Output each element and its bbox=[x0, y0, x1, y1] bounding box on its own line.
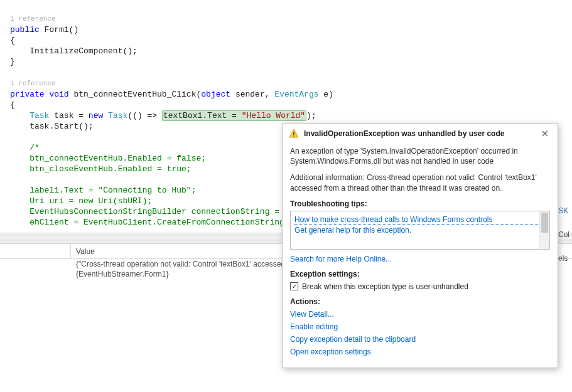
comment: ehClient = EventHubClient.CreateFromConn… bbox=[10, 218, 309, 227]
popup-title: InvalidOperationException was unhandled … bbox=[304, 129, 534, 138]
right-label: els bbox=[558, 254, 569, 263]
scrollbar-thumb[interactable] bbox=[541, 213, 548, 233]
right-margin-labels: SK Col els bbox=[558, 206, 569, 263]
code-text: { bbox=[10, 36, 15, 45]
tip-link-cross-thread[interactable]: How to make cross-thread calls to Window… bbox=[294, 215, 546, 225]
column-header-value[interactable]: Value bbox=[71, 245, 100, 258]
code-text bbox=[103, 111, 108, 120]
code-text: { bbox=[10, 100, 15, 110]
string-literal: "Hello World" bbox=[242, 111, 305, 120]
code-text: sender, bbox=[230, 90, 274, 99]
comment: btn_connectEventHub.Enabled = false; bbox=[10, 154, 206, 163]
svg-rect-1 bbox=[293, 132, 294, 135]
code-text: Form1() bbox=[40, 25, 78, 34]
popup-titlebar: InvalidOperationException was unhandled … bbox=[283, 124, 558, 142]
actions-title: Actions: bbox=[290, 297, 550, 306]
right-label: SK bbox=[558, 206, 569, 215]
checkbox-checked-icon[interactable]: ✓ bbox=[290, 282, 298, 290]
troubleshooting-tips-list: How to make cross-thread calls to Window… bbox=[290, 211, 550, 250]
close-icon[interactable]: ✕ bbox=[539, 129, 551, 139]
exception-additional-info: Additional information: Cross-thread ope… bbox=[290, 172, 550, 193]
cell-value: {"Cross-thread operation not valid: Cont… bbox=[71, 259, 290, 269]
cell-value: {EventHubStreamer.Form1} bbox=[71, 269, 173, 279]
exception-settings-title: Exception settings: bbox=[290, 270, 550, 278]
keyword: new bbox=[89, 111, 103, 120]
keyword: object bbox=[201, 90, 230, 99]
code-text: btn_connectEventHub_Click( bbox=[69, 90, 202, 99]
grid-header-spacer bbox=[0, 244, 71, 258]
right-label: Col bbox=[558, 230, 569, 239]
type-name: EventArgs bbox=[274, 90, 318, 99]
comment: btn_closeEventHub.Enabled = true; bbox=[10, 164, 192, 174]
scrollbar[interactable] bbox=[539, 211, 549, 249]
type-name: Task bbox=[108, 111, 127, 120]
troubleshooting-title: Troubleshooting tips: bbox=[290, 199, 550, 208]
code-text: } bbox=[10, 57, 15, 66]
action-copy-detail[interactable]: Copy exception detail to the clipboard bbox=[290, 335, 550, 344]
type-name: Task bbox=[30, 111, 49, 120]
exception-highlight: textBox1.Text = "Hello World" bbox=[162, 110, 306, 121]
codelens-reference[interactable]: 1 reference bbox=[10, 80, 56, 87]
action-view-detail[interactable]: View Detail... bbox=[290, 310, 550, 319]
break-on-user-unhandled-row[interactable]: ✓ Break when this exception type is user… bbox=[290, 282, 550, 291]
code-text: e) bbox=[319, 90, 333, 99]
tip-link-general-help[interactable]: Get general help for this exception. bbox=[294, 226, 546, 235]
keyword: private bbox=[10, 90, 45, 99]
action-open-settings[interactable]: Open exception settings bbox=[290, 347, 550, 356]
code-text: InitializeComponent(); bbox=[10, 46, 138, 56]
comment: Uri uri = new Uri(sbURI); bbox=[10, 196, 152, 206]
keyword: void bbox=[49, 90, 68, 99]
code-text bbox=[10, 111, 30, 120]
action-enable-editing[interactable]: Enable editing bbox=[290, 322, 550, 331]
warning-icon bbox=[289, 129, 299, 139]
exception-message: An exception of type 'System.InvalidOper… bbox=[290, 146, 550, 166]
comment: EventHubsConnectionStringBuilder connect… bbox=[10, 207, 314, 216]
code-text: (() => bbox=[127, 111, 162, 120]
search-help-online-link[interactable]: Search for more Help Online... bbox=[290, 255, 392, 263]
keyword: public bbox=[10, 25, 40, 34]
exception-assistant-popup: InvalidOperationException was unhandled … bbox=[282, 123, 558, 368]
codelens-reference[interactable]: 1 reference bbox=[10, 15, 56, 23]
code-text: task.Start(); bbox=[10, 122, 94, 131]
comment: /* bbox=[10, 143, 40, 152]
code-text: textBox1.Text = bbox=[163, 111, 242, 120]
comment: label1.Text = "Connecting to Hub"; bbox=[10, 186, 196, 195]
checkbox-label: Break when this exception type is user-u… bbox=[302, 282, 468, 291]
svg-rect-2 bbox=[293, 135, 294, 137]
code-text: ); bbox=[306, 111, 316, 120]
code-text: task = bbox=[49, 111, 88, 120]
